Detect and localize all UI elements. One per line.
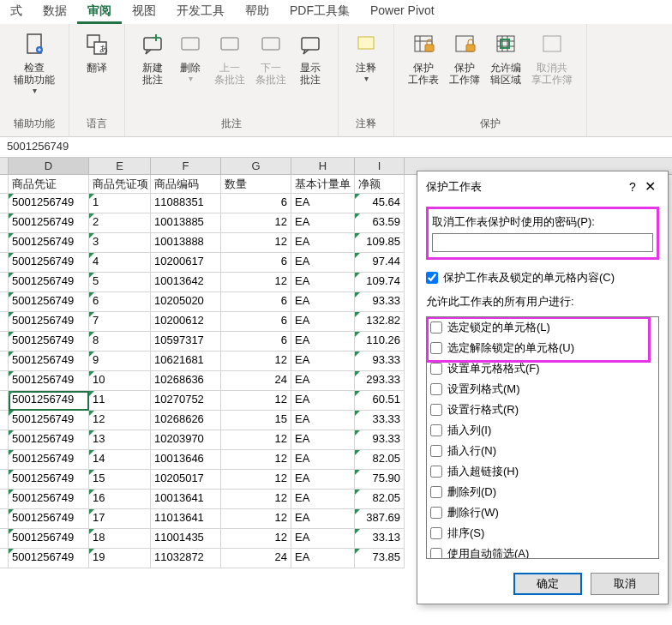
cell[interactable]: 132.82 (355, 312, 405, 332)
cell[interactable]: 24 (221, 371, 291, 391)
permission-checkbox[interactable] (430, 527, 442, 539)
col-header-I[interactable]: I (355, 158, 405, 174)
permission-checkbox[interactable] (430, 486, 442, 498)
cell[interactable]: EA (291, 450, 355, 470)
header-cell[interactable]: 商品凭证项 (89, 175, 151, 194)
cell[interactable]: EA (291, 233, 355, 253)
unshare-workbook-button[interactable]: 取消共 享工作簿 (526, 27, 578, 89)
header-cell[interactable]: 基本计量单 (291, 175, 355, 194)
notes-button[interactable]: 注释 ▾ (347, 27, 385, 87)
cell[interactable]: 11013641 (151, 509, 221, 529)
cell[interactable]: 5001256749 (9, 253, 89, 273)
cell[interactable]: 5001256749 (9, 490, 89, 509)
permission-checkbox[interactable] (430, 548, 442, 559)
cell[interactable]: 5001256749 (9, 549, 89, 568)
protect-content-checkbox[interactable]: 保护工作表及锁定的单元格内容(C) (426, 270, 659, 285)
cell[interactable]: 45.64 (355, 194, 405, 213)
cell[interactable]: EA (291, 411, 355, 430)
cell[interactable]: 10268636 (151, 371, 221, 391)
cell[interactable]: 12 (221, 529, 291, 549)
permission-option[interactable]: 设置单元格格式(F) (427, 358, 658, 379)
permission-option[interactable]: 插入列(I) (427, 420, 658, 441)
cell[interactable]: 9 (89, 352, 151, 371)
header-cell[interactable]: 数量 (221, 175, 291, 194)
cell[interactable]: 6 (221, 292, 291, 312)
permission-option[interactable]: 删除行(W) (427, 502, 658, 523)
permission-checkbox[interactable] (430, 445, 442, 457)
cell[interactable]: 5 (89, 273, 151, 292)
col-header-G[interactable]: G (221, 158, 291, 174)
cell[interactable]: 109.85 (355, 233, 405, 253)
cell[interactable]: 6 (221, 312, 291, 332)
new-comment-button[interactable]: 新建 批注 (134, 27, 171, 89)
cell[interactable]: 2 (89, 213, 151, 233)
cell[interactable]: 12 (221, 450, 291, 470)
cell[interactable]: 4 (89, 253, 151, 273)
cell[interactable]: 5001256749 (9, 213, 89, 233)
password-input[interactable] (432, 233, 653, 252)
cell[interactable]: 93.33 (355, 352, 405, 371)
cell[interactable]: 12 (221, 470, 291, 490)
cell[interactable]: EA (291, 509, 355, 529)
cell[interactable]: 5001256749 (9, 371, 89, 391)
cell[interactable]: 12 (221, 273, 291, 292)
permission-option[interactable]: 设置列格式(M) (427, 379, 658, 400)
cell[interactable]: 12 (221, 233, 291, 253)
cell[interactable]: 93.33 (355, 430, 405, 450)
cell[interactable]: 5001256749 (9, 233, 89, 253)
cell[interactable]: 10268626 (151, 411, 221, 430)
ok-button[interactable]: 确定 (513, 573, 582, 595)
cell[interactable]: 33.13 (355, 529, 405, 549)
header-cell[interactable]: 商品编码 (151, 175, 221, 194)
permission-checkbox[interactable] (430, 424, 442, 436)
cell[interactable]: EA (291, 332, 355, 352)
ribbon-tab-0[interactable]: 式 (0, 0, 33, 24)
cell[interactable]: 11 (89, 391, 151, 411)
permission-option[interactable]: 使用自动筛选(A) (427, 544, 658, 559)
permission-option[interactable]: 选定解除锁定的单元格(U) (427, 338, 658, 358)
cell[interactable]: 5001256749 (9, 273, 89, 292)
cell[interactable]: 12 (221, 430, 291, 450)
cell[interactable]: 5001256749 (9, 430, 89, 450)
cell[interactable]: 10200612 (151, 312, 221, 332)
cell[interactable]: 60.51 (355, 391, 405, 411)
cell[interactable]: 63.59 (355, 213, 405, 233)
permission-option[interactable]: 插入行(N) (427, 441, 658, 461)
cell[interactable]: 109.74 (355, 273, 405, 292)
cell[interactable]: 5001256749 (9, 352, 89, 371)
ribbon-tab-5[interactable]: 帮助 (235, 0, 279, 24)
col-header-E[interactable]: E (89, 158, 151, 174)
cell[interactable]: 5001256749 (9, 292, 89, 312)
col-header-H[interactable]: H (291, 158, 355, 174)
delete-comment-button[interactable]: 删除 ▾ (171, 27, 209, 87)
permission-checkbox[interactable] (430, 507, 442, 519)
cell[interactable]: 16 (89, 490, 151, 509)
next-comment-button[interactable]: 下一 条批注 (250, 27, 291, 89)
cell[interactable]: EA (291, 194, 355, 213)
cell[interactable]: EA (291, 490, 355, 509)
cell[interactable]: EA (291, 352, 355, 371)
ribbon-tab-4[interactable]: 开发工具 (166, 0, 235, 24)
permission-checkbox[interactable] (430, 363, 442, 375)
help-button[interactable]: ? (625, 180, 640, 194)
cell[interactable]: 12 (221, 352, 291, 371)
cell[interactable]: 3 (89, 233, 151, 253)
protect-content-check[interactable] (426, 272, 438, 284)
cell[interactable]: 6 (89, 292, 151, 312)
cell[interactable]: 12 (221, 509, 291, 529)
cell[interactable]: 93.33 (355, 292, 405, 312)
cell[interactable]: 13 (89, 430, 151, 450)
permission-option[interactable]: 插入超链接(H) (427, 461, 658, 482)
cell[interactable]: EA (291, 430, 355, 450)
cell[interactable]: 97.44 (355, 253, 405, 273)
permission-checkbox[interactable] (430, 466, 442, 478)
cell[interactable]: 17 (89, 509, 151, 529)
cell[interactable]: 19 (89, 549, 151, 568)
cell[interactable]: 24 (221, 549, 291, 568)
cell[interactable]: 75.90 (355, 470, 405, 490)
cell[interactable]: 10205020 (151, 292, 221, 312)
cell[interactable]: 5001256749 (9, 509, 89, 529)
cell[interactable]: EA (291, 549, 355, 568)
cell[interactable]: EA (291, 529, 355, 549)
cell[interactable]: 5001256749 (9, 391, 89, 411)
